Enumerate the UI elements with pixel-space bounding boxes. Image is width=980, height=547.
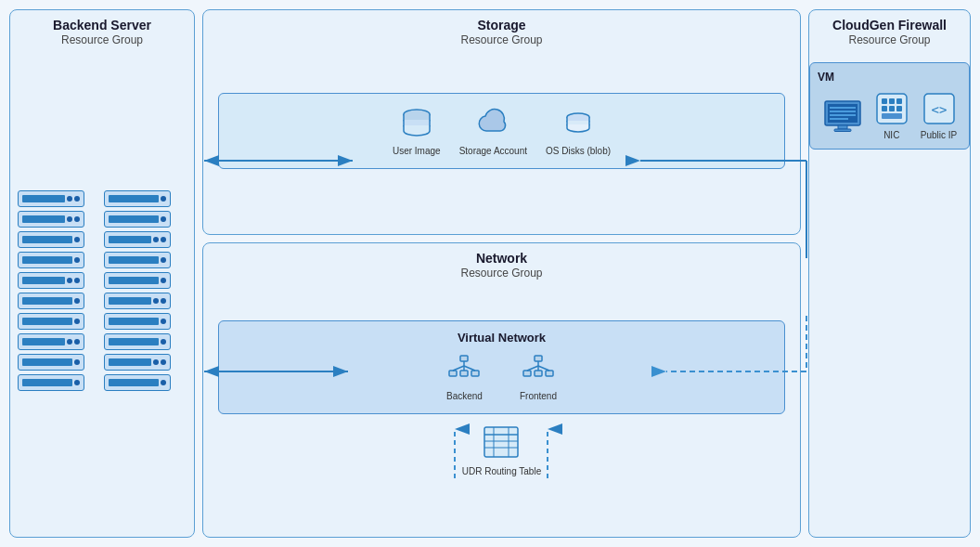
server-unit (104, 313, 171, 330)
svg-rect-37 (889, 106, 895, 111)
virtual-network-box: Virtual Network (218, 320, 785, 414)
svg-rect-5 (471, 371, 479, 376)
server-unit (18, 272, 84, 289)
cloud-icon (474, 105, 511, 142)
svg-rect-4 (460, 371, 468, 376)
server-unit (18, 190, 84, 207)
os-disks-item: OS Disks (blob) (546, 105, 611, 157)
user-image-item: User Image (393, 105, 441, 157)
server-unit (104, 190, 171, 207)
backend-subnet-label: Backend (446, 391, 483, 402)
network-resource-group: Network Resource Group Virtual Network (202, 242, 801, 538)
server-unit (18, 374, 84, 391)
storage-rg-title: Storage Resource Group (203, 18, 800, 46)
monitor-icon (822, 98, 863, 134)
database-icon (398, 105, 435, 142)
server-unit (18, 333, 84, 350)
vm-box: VM (809, 62, 970, 150)
server-unit (104, 252, 171, 268)
server-unit (18, 252, 84, 268)
vm-label: VM (818, 71, 834, 84)
server-rack-grid (10, 44, 194, 537)
storage-icons-row: User Image Storage Account (393, 105, 611, 157)
os-disks-label: OS Disks (blob) (546, 146, 611, 157)
vm-icons-row: NIC <> Public IP (822, 91, 957, 141)
storage-account-label: Storage Account (459, 146, 527, 157)
server-unit (104, 333, 171, 350)
nic-icon (874, 91, 909, 126)
svg-rect-36 (882, 106, 887, 111)
routing-table-icon (481, 422, 522, 462)
svg-rect-18 (484, 427, 518, 457)
server-unit (104, 374, 171, 391)
svg-rect-13 (546, 371, 553, 376)
server-unit (18, 313, 84, 330)
server-unit (18, 231, 84, 248)
server-unit (18, 211, 84, 228)
cloudgen-firewall-resource-group: CloudGen Firewall Resource Group VM (808, 9, 971, 538)
svg-rect-3 (449, 371, 457, 376)
svg-rect-34 (889, 98, 895, 104)
server-unit (104, 354, 171, 371)
svg-rect-30 (838, 125, 847, 129)
svg-rect-2 (460, 356, 468, 361)
udr-routing-table-box: UDR Routing Table (462, 422, 541, 477)
server-unit (104, 211, 171, 228)
udr-label: UDR Routing Table (462, 466, 541, 477)
cloudgen-rg-title: CloudGen Firewall Resource Group (809, 18, 970, 46)
server-unit (104, 293, 171, 309)
svg-rect-35 (896, 98, 902, 104)
publicip-icon: <> (922, 91, 957, 126)
disk-icon (560, 105, 597, 142)
svg-rect-25 (828, 104, 858, 123)
user-image-label: User Image (393, 146, 441, 157)
frontend-topology-icon (522, 354, 555, 387)
svg-rect-10 (535, 356, 542, 361)
middle-panel: Storage Resource Group User Image (202, 9, 801, 538)
storage-resource-group: Storage Resource Group User Image (202, 9, 801, 235)
vm-publicip-item: <> Public IP (921, 91, 957, 141)
svg-rect-11 (523, 371, 531, 376)
backend-topology-icon (447, 354, 481, 387)
vm-monitor-item (822, 98, 863, 134)
server-unit (104, 231, 171, 248)
svg-rect-39 (882, 113, 902, 119)
vm-nic-item: NIC (874, 91, 909, 141)
storage-inner-box: User Image Storage Account (218, 93, 785, 169)
frontend-subnet-label: Frontend (520, 391, 557, 402)
svg-rect-12 (535, 371, 542, 376)
server-unit (104, 272, 171, 289)
svg-rect-31 (834, 129, 851, 132)
storage-account-item: Storage Account (459, 105, 527, 157)
server-unit (18, 293, 84, 309)
frontend-subnet-item: Frontend (520, 354, 557, 402)
vnet-title: Virtual Network (234, 331, 769, 345)
backend-server-title: Backend Server Resource Group (10, 18, 194, 46)
backend-subnet-item: Backend (446, 354, 483, 402)
publicip-label: Public IP (921, 130, 957, 141)
backend-server-resource-group: Backend Server Resource Group (9, 9, 195, 538)
svg-rect-38 (896, 106, 902, 111)
svg-text:<>: <> (931, 102, 947, 117)
nic-label: NIC (883, 130, 899, 141)
diagram-container: Backend Server Resource Group (0, 0, 980, 547)
network-rg-title: Network Resource Group (203, 251, 800, 280)
svg-rect-33 (882, 98, 887, 104)
server-unit (18, 354, 84, 371)
